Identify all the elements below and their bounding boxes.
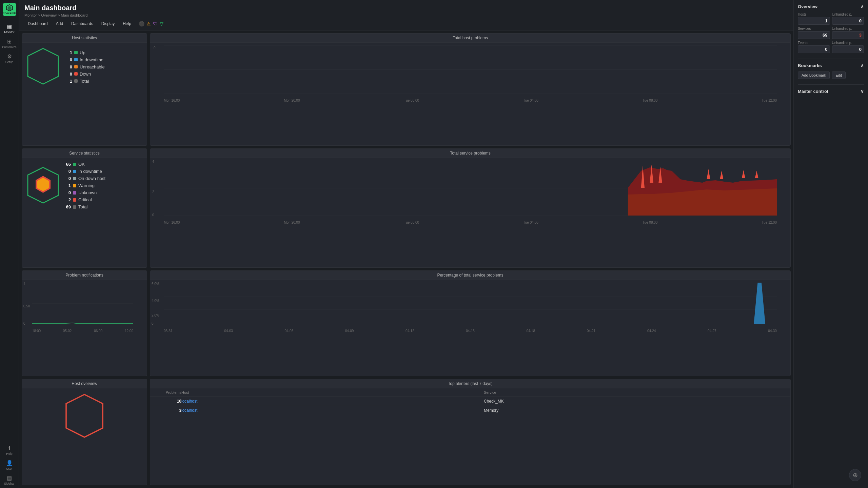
table-header: Problems Host Service — [150, 388, 790, 397]
total-service-problems-title: Total service problems — [150, 149, 790, 158]
pct-service-problems-title: Percentage of total service problems — [150, 271, 790, 280]
down-color-dot — [74, 72, 78, 76]
master-control-section: Master control ∨ — [798, 89, 864, 94]
x-label: 04-15 — [466, 329, 475, 333]
services-value: 69 — [798, 31, 830, 39]
service-hexagon — [26, 166, 60, 205]
nav-item-user[interactable]: 👤 User — [3, 458, 16, 472]
hosts-unhandled-label: Unhandled p. — [832, 13, 864, 16]
svc-downhost-dot — [73, 177, 76, 180]
list-item: 0 In downtime — [64, 168, 105, 175]
host-problems-svg: 0 — [164, 45, 777, 94]
notif-y-0: 0 — [23, 322, 25, 325]
notifications-svg — [32, 283, 133, 324]
list-item: 66 OK — [64, 161, 105, 168]
setup-icon: ⚙ — [7, 53, 12, 60]
y-axis-label: 0 — [154, 46, 156, 50]
svg-marker-30 — [66, 394, 103, 437]
svg-marker-20 — [742, 170, 745, 178]
x-label: 04-12 — [406, 329, 414, 333]
dashboard-grid: Host statistics 1 Up 0 I — [19, 30, 793, 488]
services-label: Services — [798, 27, 830, 30]
x-label: 04-03 — [224, 329, 233, 333]
app-logo[interactable]: checkmk — [3, 3, 16, 16]
host-stats-list: 1 Up 0 In downtime 0 Unreachable — [65, 49, 105, 85]
x-label: 04-24 — [647, 329, 656, 333]
service-problems-svg — [164, 161, 777, 216]
top-nav-bar: Dashboard Add Dashboards Display Help ⚫ … — [24, 20, 788, 27]
display-menu-btn[interactable]: Display — [98, 20, 118, 27]
filter-nav-icon[interactable]: ▽ — [160, 21, 163, 26]
nav-item-monitor[interactable]: ▦ Monitor — [3, 22, 16, 35]
nav-label-customize: Customize — [2, 45, 17, 49]
nav-item-sidebar[interactable]: ▤ Sidebar — [3, 473, 16, 487]
page-header: Main dashboard Monitor > Overview > Main… — [19, 0, 793, 30]
x-axis-labels: Mon 16:00 Mon 20:00 Tue 00:00 Tue 04:00 … — [164, 99, 777, 102]
pct-y-4: 4.0% — [152, 299, 159, 303]
host-hex-container — [26, 47, 60, 87]
x-label: 03-31 — [164, 329, 173, 333]
plus-icon: ⊕ — [853, 471, 858, 479]
master-control-expand-icon[interactable]: ∨ — [861, 89, 864, 94]
pct-svg — [164, 283, 777, 324]
alerter-problems-2: 3 — [154, 408, 181, 413]
add-bookmark-button[interactable]: Add Bookmark — [798, 72, 830, 79]
dashboards-menu-btn[interactable]: Dashboards — [68, 20, 97, 27]
overview-grid: Hosts 1 Unhandled p. 0 Services 69 Unhan… — [798, 13, 864, 53]
pct-x-axis: 03-31 04-03 04-06 04-09 04-12 04-15 04-1… — [164, 329, 777, 333]
x-label: Mon 16:00 — [164, 221, 180, 224]
host-downtime-count: 0 — [65, 57, 72, 62]
overview-events: Events 0 — [798, 41, 830, 53]
notif-y-1: 1 — [23, 282, 25, 286]
overview-hosts-unhandled: Unhandled p. 0 — [832, 13, 864, 25]
service-statistics-panel: Service statistics 66 OK — [22, 148, 147, 268]
svc-unknown-count: 0 — [64, 190, 71, 195]
service-hex-container — [26, 166, 60, 206]
warning-nav-icon[interactable]: ⚠ — [146, 21, 151, 26]
monitor-icon: ▦ — [7, 23, 12, 30]
x-label: 18:00 — [32, 329, 41, 333]
nav-item-customize[interactable]: ⊞ Customize — [3, 37, 16, 50]
problem-notifications-panel: Problem notifications 1 0.50 0 18:00 05-… — [22, 270, 147, 376]
divider-2 — [798, 84, 864, 85]
shield-nav-icon[interactable]: 🛡 — [153, 21, 158, 26]
table-row[interactable]: 10 localhost Check_MK — [150, 397, 790, 406]
svc-unknown-label: Unknown — [78, 190, 97, 195]
x-label: Tue 00:00 — [404, 99, 419, 102]
notif-y-05: 0.50 — [23, 304, 30, 308]
host-total-count: 1 — [65, 79, 72, 84]
dashboard-menu-btn[interactable]: Dashboard — [24, 20, 51, 27]
overview-services-unhandled: Unhandled p. 3 — [832, 27, 864, 39]
nav-label-monitor: Monitor — [4, 30, 14, 34]
events-label: Events — [798, 41, 830, 45]
pct-y-0: 0 — [152, 322, 154, 325]
bookmarks-collapse-icon[interactable]: ∧ — [861, 63, 864, 68]
list-item: 69 Total — [64, 203, 105, 210]
host-overview-title: Host overview — [22, 379, 147, 388]
overview-collapse-icon[interactable]: ∧ — [861, 4, 864, 9]
pct-y-2: 2.0% — [152, 313, 159, 317]
top-alerters-title: Top alerters (last 7 days) — [150, 379, 790, 388]
x-label: 06:00 — [94, 329, 102, 333]
table-row[interactable]: 3 localhost Memory — [150, 406, 790, 415]
nav-item-setup[interactable]: ⚙ Setup — [3, 52, 16, 65]
nav-item-help[interactable]: ℹ Help — [3, 443, 16, 457]
list-item: 2 Critical — [64, 196, 105, 203]
total-host-problems-chart: 0 0 Mon 16:00 Mon 20:00 Tue 00:00 Tue 04… — [150, 43, 790, 104]
user-circle-icon[interactable]: ⚫ — [139, 21, 144, 26]
total-host-problems-panel: Total host problems 0 0 Mon 16:00 Mon 20… — [150, 33, 791, 146]
add-widget-button[interactable]: ⊕ — [849, 469, 861, 481]
host-statistics-panel: Host statistics 1 Up 0 I — [22, 33, 147, 146]
y-label-0-svc: 0 — [152, 213, 154, 217]
add-menu-btn[interactable]: Add — [53, 20, 66, 27]
svc-warning-label: Warning — [78, 183, 95, 188]
edit-bookmark-button[interactable]: Edit — [832, 72, 846, 79]
svc-downtime-count: 0 — [64, 169, 71, 174]
list-item: 0 Unknown — [64, 189, 105, 196]
x-label: Mon 16:00 — [164, 99, 180, 102]
host-total-label: Total — [80, 79, 89, 84]
main-content: Main dashboard Monitor > Overview > Main… — [19, 0, 793, 488]
events-unhandled-label: Unhandled p. — [832, 41, 864, 45]
bookmark-buttons: Add Bookmark Edit — [798, 72, 864, 79]
help-menu-btn[interactable]: Help — [119, 20, 135, 27]
